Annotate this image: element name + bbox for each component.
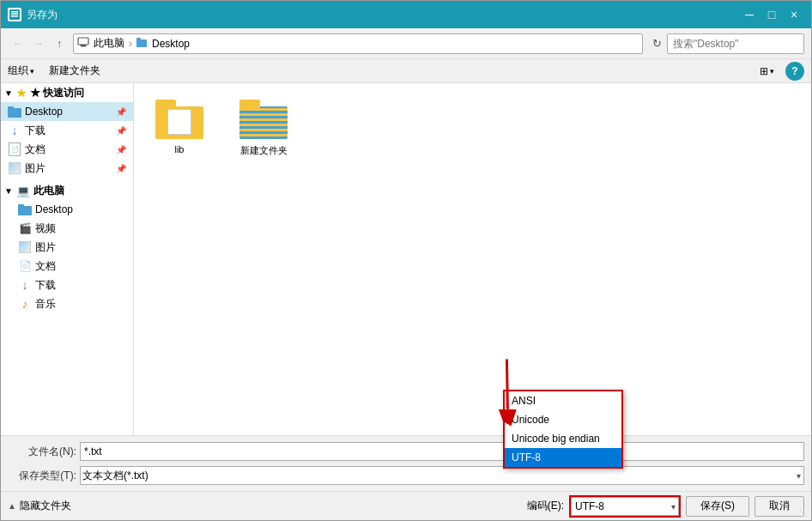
sidebar-item-download-label: 下载 xyxy=(25,124,45,138)
filename-row: 文件名(N): xyxy=(1,439,811,463)
pc-collapse-icon: ▼ xyxy=(4,186,13,196)
sidebar-item-music[interactable]: ♪ 音乐 xyxy=(1,294,133,313)
sidebar-group-quick-access[interactable]: ▼ ★ ★ 快速访问 xyxy=(1,83,133,102)
sidebar-item-docs2-label: 文档 xyxy=(35,259,56,274)
svg-line-10 xyxy=(485,359,529,409)
encoding-select[interactable]: ANSI Unicode Unicode big endian UTF-8 xyxy=(571,497,679,516)
image-icon-2 xyxy=(18,240,32,254)
address-desktop-label[interactable]: Desktop xyxy=(149,37,192,51)
bottom-actions: ▲ 隐藏文件夹 编码(E): ANSI Unicode Unicode big … xyxy=(1,491,811,520)
search-input[interactable] xyxy=(668,34,804,53)
minimize-button[interactable]: ─ xyxy=(739,6,760,23)
folder-blue-icon xyxy=(8,105,21,118)
hide-folder-arrow-icon: ▲ xyxy=(8,501,16,511)
sidebar-item-docs-label: 文档 xyxy=(25,142,45,157)
maximize-button[interactable]: □ xyxy=(761,6,782,23)
encoding-option-utf8-item[interactable]: UTF-8 xyxy=(505,448,621,467)
sidebar-item-pc-desktop-label: Desktop xyxy=(35,203,73,215)
sidebar-item-video-label: 视频 xyxy=(35,221,56,236)
pin-icon-2: 📌 xyxy=(116,126,126,136)
sidebar-item-images2-label: 图片 xyxy=(35,240,56,255)
folder-new-icon xyxy=(238,98,289,141)
sidebar-item-video[interactable]: 🎬 视频 xyxy=(1,219,133,238)
folder-blue-icon-2 xyxy=(18,203,32,216)
this-pc-label: 此电脑 xyxy=(33,184,64,198)
svg-rect-8 xyxy=(136,38,141,41)
svg-rect-3 xyxy=(11,14,18,15)
hide-folder-button[interactable]: ▲ 隐藏文件夹 xyxy=(8,499,71,513)
filename-input[interactable] xyxy=(80,442,804,461)
doc-icon-2: 📄 xyxy=(18,259,32,273)
video-icon: 🎬 xyxy=(18,221,32,235)
svg-rect-4 xyxy=(78,38,88,45)
sidebar-group-this-pc[interactable]: ▼ 💻 此电脑 xyxy=(1,181,133,200)
doc-icon: 📄 xyxy=(8,142,21,156)
svg-rect-1 xyxy=(11,15,18,17)
view-icon: ⊞ xyxy=(760,65,768,77)
sidebar-item-images-label: 图片 xyxy=(25,161,45,176)
address-segment-desktop: Desktop xyxy=(136,36,192,51)
sidebar-item-docs[interactable]: 📄 文档 📌 xyxy=(1,140,133,159)
save-as-dialog: 另存为 ─ □ × ← → ↑ 此电脑 › xyxy=(0,0,812,521)
address-segment-pc: 此电脑 › xyxy=(77,35,132,51)
sidebar: ▼ ★ ★ 快速访问 Desktop 📌 ↓ 下载 📌 � xyxy=(1,83,134,435)
svg-rect-6 xyxy=(80,45,87,45)
encoding-option-unicode-be-item[interactable]: Unicode big endian xyxy=(505,429,621,448)
content-area: lib 新建文件夹 xyxy=(134,83,811,435)
view-dropdown-icon: ▾ xyxy=(770,67,774,76)
top-toolbar: ← → ↑ 此电脑 › Desktop xyxy=(1,28,811,59)
sidebar-item-docs2[interactable]: 📄 文档 xyxy=(1,257,133,276)
download-icon-2: ↓ xyxy=(18,278,32,292)
folder-lib[interactable]: lib xyxy=(141,90,218,165)
folder-lib-icon xyxy=(154,98,205,141)
pin-icon-4: 📌 xyxy=(116,164,126,173)
sidebar-item-download[interactable]: ↓ 下载 📌 xyxy=(1,121,133,140)
folder-new[interactable]: 新建文件夹 xyxy=(225,90,302,165)
titlebar-icon xyxy=(8,8,21,21)
main-area: ▼ ★ ★ 快速访问 Desktop 📌 ↓ 下载 📌 � xyxy=(1,83,811,435)
back-button[interactable]: ← xyxy=(8,33,28,54)
organize-dropdown-icon: ▾ xyxy=(30,67,34,76)
svg-rect-2 xyxy=(11,11,18,13)
filetype-row: 保存类型(T): 文本文档(*.txt) ▾ xyxy=(1,463,811,488)
image-icon xyxy=(8,161,21,175)
sidebar-item-pc-desktop[interactable]: Desktop xyxy=(1,200,133,219)
filetype-select-wrapper: 文本文档(*.txt) ▾ xyxy=(80,466,804,485)
filetype-label: 保存类型(T): xyxy=(8,469,76,483)
encoding-select-wrapper: ANSI Unicode Unicode big endian UTF-8 ▾ xyxy=(569,495,681,518)
sidebar-item-download2[interactable]: ↓ 下载 xyxy=(1,276,133,294)
pin-icon-3: 📌 xyxy=(116,145,126,154)
new-folder-button[interactable]: 新建文件夹 xyxy=(41,62,108,81)
folder-new-name: 新建文件夹 xyxy=(240,144,288,157)
resize-grip[interactable]: ⋱ xyxy=(799,508,809,518)
filetype-select[interactable]: 文本文档(*.txt) xyxy=(80,466,804,485)
close-button[interactable]: × xyxy=(784,6,804,23)
titlebar: 另存为 ─ □ × xyxy=(1,1,811,28)
forward-button[interactable]: → xyxy=(28,33,49,54)
titlebar-controls: ─ □ × xyxy=(739,6,804,23)
view-button[interactable]: ⊞ ▾ xyxy=(755,63,779,80)
sidebar-item-images2[interactable]: 图片 xyxy=(1,238,133,257)
folder-lib-name: lib xyxy=(174,144,184,154)
lib-folder-shape xyxy=(155,100,203,139)
sidebar-item-music-label: 音乐 xyxy=(35,297,56,312)
pin-icon: 📌 xyxy=(116,107,126,117)
sidebar-item-download2-label: 下载 xyxy=(35,278,56,293)
sidebar-item-desktop[interactable]: Desktop 📌 xyxy=(1,102,133,121)
search-bar: 🔍 xyxy=(667,33,804,54)
save-button[interactable]: 保存(S) xyxy=(686,496,749,517)
cancel-button[interactable]: 取消 xyxy=(754,496,804,517)
folder-doc-shape xyxy=(167,109,191,135)
address-pc-label[interactable]: 此电脑 xyxy=(91,35,127,51)
sidebar-item-desktop-label: Desktop xyxy=(25,106,63,118)
refresh-button[interactable]: ↻ xyxy=(646,33,667,54)
up-button[interactable]: ↑ xyxy=(49,33,70,54)
hide-folder-label: 隐藏文件夹 xyxy=(20,499,71,513)
help-button[interactable]: ? xyxy=(785,62,804,81)
titlebar-title: 另存为 xyxy=(27,8,739,22)
address-bar: 此电脑 › Desktop xyxy=(73,33,643,54)
organize-button[interactable]: 组织 ▾ xyxy=(8,64,34,78)
encoding-label: 编码(E): xyxy=(527,499,564,513)
new-folder-shape xyxy=(239,100,288,139)
sidebar-item-images[interactable]: 图片 📌 xyxy=(1,159,133,178)
